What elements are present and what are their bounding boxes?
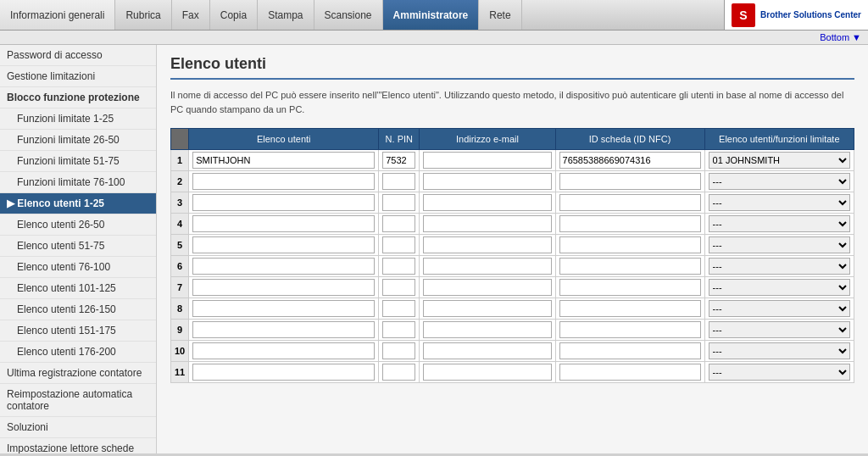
funzioni-select-9[interactable]: --- bbox=[709, 321, 850, 338]
tab-stampa[interactable]: Stampa bbox=[258, 0, 314, 30]
table-row: 11--- bbox=[171, 362, 854, 383]
sidebar-item-elenco5[interactable]: Elenco utenti 101-125 bbox=[0, 278, 156, 299]
sidebar-item-elenco3[interactable]: Elenco utenti 51-75 bbox=[0, 236, 156, 257]
row-number-6: 6 bbox=[171, 256, 189, 277]
elenco-input-1[interactable] bbox=[192, 152, 375, 169]
sidebar-item-funzioni3[interactable]: Funzioni limitate 51-75 bbox=[0, 151, 156, 172]
pin-input-2[interactable] bbox=[382, 173, 415, 190]
svg-text:S: S bbox=[739, 8, 747, 22]
email-input-8[interactable] bbox=[423, 300, 551, 317]
pin-input-11[interactable] bbox=[382, 364, 415, 381]
id-input-7[interactable] bbox=[559, 279, 701, 296]
elenco-input-10[interactable] bbox=[192, 342, 375, 359]
top-navigation-bar: Informazioni generaliRubricaFaxCopiaStam… bbox=[0, 0, 868, 31]
row-number-3: 3 bbox=[171, 192, 189, 214]
sidebar-item-ultima[interactable]: Ultima registrazione contatore bbox=[0, 363, 156, 384]
funzioni-select-10[interactable]: --- bbox=[709, 342, 850, 359]
id-input-2[interactable] bbox=[559, 173, 701, 190]
row-number-9: 9 bbox=[171, 320, 189, 341]
elenco-input-9[interactable] bbox=[192, 321, 375, 338]
sidebar-item-elenco6[interactable]: Elenco utenti 126-150 bbox=[0, 299, 156, 320]
tab-rubrica[interactable]: Rubrica bbox=[115, 0, 171, 30]
email-input-11[interactable] bbox=[423, 364, 551, 381]
elenco-input-3[interactable] bbox=[192, 194, 375, 211]
sidebar-item-elenco4[interactable]: Elenco utenti 76-100 bbox=[0, 257, 156, 278]
sidebar-item-elenco2[interactable]: Elenco utenti 26-50 bbox=[0, 214, 156, 236]
id-input-8[interactable] bbox=[559, 300, 701, 317]
sidebar-item-gestione[interactable]: Gestione limitazioni bbox=[0, 66, 156, 87]
elenco-input-2[interactable] bbox=[192, 173, 375, 190]
funzioni-select-7[interactable]: --- bbox=[709, 279, 850, 296]
elenco-input-4[interactable] bbox=[192, 215, 375, 232]
sidebar-item-impostazione[interactable]: Impostazione lettore schede bbox=[0, 438, 156, 453]
row-number-1: 1 bbox=[171, 150, 189, 171]
col-header-funzioni: Elenco utenti/funzioni limitate bbox=[704, 129, 854, 150]
funzioni-select-2[interactable]: --- bbox=[709, 173, 850, 190]
elenco-input-7[interactable] bbox=[192, 279, 375, 296]
pin-input-3[interactable] bbox=[382, 194, 415, 211]
email-input-5[interactable] bbox=[423, 236, 551, 253]
sidebar-item-funzioni4[interactable]: Funzioni limitate 76-100 bbox=[0, 172, 156, 193]
id-input-3[interactable] bbox=[559, 194, 701, 211]
pin-input-6[interactable] bbox=[382, 258, 415, 275]
email-input-3[interactable] bbox=[423, 194, 551, 211]
sidebar-item-funzioni1[interactable]: Funzioni limitate 1-25 bbox=[0, 108, 156, 130]
id-input-1[interactable] bbox=[559, 152, 701, 169]
elenco-input-8[interactable] bbox=[192, 300, 375, 317]
tab-scansione[interactable]: Scansione bbox=[314, 0, 383, 30]
funzioni-select-1[interactable]: 01 JOHNSMITH bbox=[709, 152, 850, 169]
email-input-7[interactable] bbox=[423, 279, 551, 296]
sidebar-item-funzioni2[interactable]: Funzioni limitate 26-50 bbox=[0, 130, 156, 151]
table-row: 3--- bbox=[171, 192, 854, 214]
id-input-9[interactable] bbox=[559, 321, 701, 338]
sidebar-item-reimpostazione[interactable]: Reimpostazione automatica contatore bbox=[0, 384, 156, 417]
pin-input-4[interactable] bbox=[382, 215, 415, 232]
funzioni-select-11[interactable]: --- bbox=[709, 364, 850, 381]
tab-fax[interactable]: Fax bbox=[172, 0, 210, 30]
tab-amministratore[interactable]: Amministratore bbox=[383, 0, 480, 30]
pin-input-5[interactable] bbox=[382, 236, 415, 253]
pin-input-10[interactable] bbox=[382, 342, 415, 359]
sidebar-item-elenco1[interactable]: ▶ Elenco utenti 1-25 bbox=[0, 193, 156, 214]
elenco-input-5[interactable] bbox=[192, 236, 375, 253]
sidebar-item-password[interactable]: Password di accesso bbox=[0, 45, 156, 66]
funzioni-select-8[interactable]: --- bbox=[709, 300, 850, 317]
email-input-4[interactable] bbox=[423, 215, 551, 232]
email-input-10[interactable] bbox=[423, 342, 551, 359]
id-input-10[interactable] bbox=[559, 342, 701, 359]
sidebar-item-blocco[interactable]: Blocco funzione protezione bbox=[0, 87, 156, 108]
elenco-input-11[interactable] bbox=[192, 364, 375, 381]
email-input-6[interactable] bbox=[423, 258, 551, 275]
row-number-5: 5 bbox=[171, 235, 189, 256]
funzioni-select-3[interactable]: --- bbox=[709, 194, 850, 211]
tab-copia[interactable]: Copia bbox=[210, 0, 258, 30]
funzioni-select-4[interactable]: --- bbox=[709, 215, 850, 232]
sidebar-item-elenco8[interactable]: Elenco utenti 176-200 bbox=[0, 342, 156, 363]
brother-logo[interactable]: S Brother Solutions Center bbox=[724, 0, 868, 30]
tab-rete[interactable]: Rete bbox=[479, 0, 521, 30]
table-row: 5--- bbox=[171, 235, 854, 256]
table-row: 7--- bbox=[171, 277, 854, 298]
id-input-4[interactable] bbox=[559, 215, 701, 232]
id-input-6[interactable] bbox=[559, 258, 701, 275]
table-row: 2--- bbox=[171, 171, 854, 192]
email-input-1[interactable] bbox=[423, 152, 551, 169]
pin-input-1[interactable] bbox=[382, 152, 415, 169]
user-table: Elenco utenti N. PIN Indirizzo e-mail ID… bbox=[170, 128, 854, 383]
elenco-input-6[interactable] bbox=[192, 258, 375, 275]
row-number-10: 10 bbox=[171, 341, 189, 362]
email-input-9[interactable] bbox=[423, 321, 551, 338]
id-input-5[interactable] bbox=[559, 236, 701, 253]
funzioni-select-5[interactable]: --- bbox=[709, 236, 850, 253]
pin-input-9[interactable] bbox=[382, 321, 415, 338]
id-input-11[interactable] bbox=[559, 364, 701, 381]
bottom-link[interactable]: Bottom ▼ bbox=[820, 32, 861, 42]
email-input-2[interactable] bbox=[423, 173, 551, 190]
tab-informazioni[interactable]: Informazioni generali bbox=[0, 0, 115, 30]
sidebar-item-soluzioni[interactable]: Soluzioni bbox=[0, 417, 156, 438]
funzioni-select-6[interactable]: --- bbox=[709, 258, 850, 275]
pin-input-8[interactable] bbox=[382, 300, 415, 317]
row-number-11: 11 bbox=[171, 362, 189, 383]
sidebar-item-elenco7[interactable]: Elenco utenti 151-175 bbox=[0, 320, 156, 342]
pin-input-7[interactable] bbox=[382, 279, 415, 296]
